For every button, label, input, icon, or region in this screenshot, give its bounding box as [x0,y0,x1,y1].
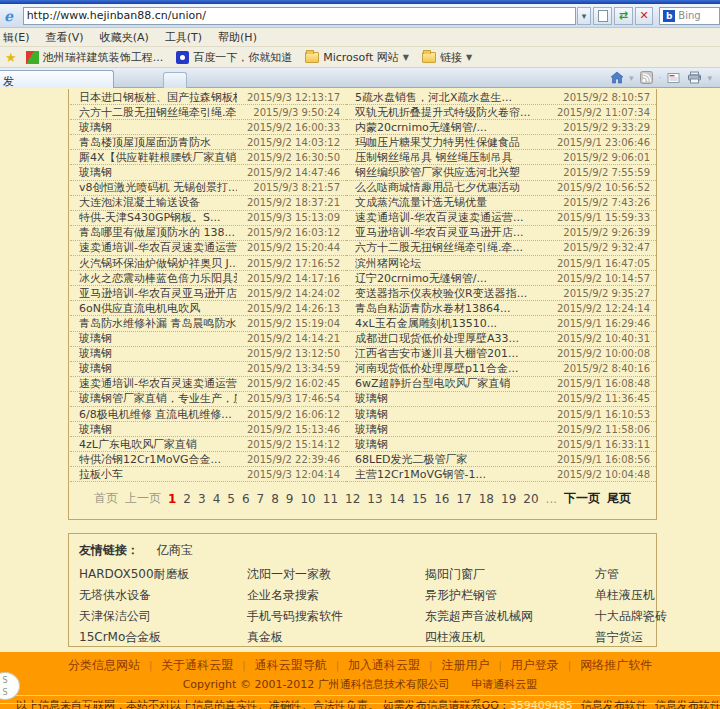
friend-link[interactable]: 真金板 [247,629,425,646]
page-number-15[interactable]: 15 [412,492,427,506]
listing-link[interactable]: 6wZ超静折台型电吹风厂家直销 [355,376,547,391]
page-number-16[interactable]: 16 [434,492,449,506]
page-number-4[interactable]: 4 [213,492,221,506]
favorite-item-baidu[interactable]: 百度一下，你就知道 [172,49,296,66]
page-number-12[interactable]: 12 [345,492,360,506]
url-input[interactable] [23,7,576,25]
listing-link[interactable]: 青岛楼顶屋顶屋面沥青防水 [79,135,237,150]
menu-favorites[interactable]: 收藏夹(A) [100,30,149,45]
pagination-first[interactable]: 首页 [94,490,118,507]
chevron-down-icon[interactable]: ▾ [629,73,634,83]
page-number-17[interactable]: 17 [456,492,471,506]
friend-link[interactable]: 十大品牌瓷砖 [595,608,667,625]
friend-link[interactable]: 四柱液压机 [425,629,595,646]
footer-nav-link[interactable]: 通科云盟导航 [255,657,327,674]
chevron-down-icon[interactable]: ▾ [707,73,712,83]
listing-link[interactable]: 68LED发光二极管厂家 [355,452,547,467]
footer-nav-link[interactable]: 加入通科云盟 [348,657,420,674]
friend-link[interactable]: 东莞超声音波机械网 [425,608,595,625]
favorite-folder-microsoft[interactable]: Microsoft 网站 ▼ [301,49,413,66]
listing-link[interactable]: 么么哒商城情趣用品七夕优惠活动 [355,180,547,195]
listing-link[interactable]: 滨州猪网论坛 [355,256,547,271]
listing-link[interactable]: 六方十二股无扭钢丝绳牵引绳.牵... [355,240,547,255]
friend-link[interactable]: 无塔供水设备 [79,587,247,604]
page-number-8[interactable]: 8 [271,492,279,506]
page-number-6[interactable]: 6 [242,492,250,506]
footer-nav-link[interactable]: 用户登录 [511,657,559,674]
listing-link[interactable]: 六方十二股无扭钢丝绳牵引绳.牵... [79,105,237,120]
listing-link[interactable]: 大连泡沫混凝土输送设备 [79,195,237,210]
listing-link[interactable]: 辽宁20crnimo无缝钢管/... [355,271,547,286]
home-button[interactable] [608,70,625,85]
menu-view[interactable]: 查看(V) [46,30,84,45]
friend-link[interactable]: 揭阳门窗厂 [425,566,595,583]
page-number-9[interactable]: 9 [286,492,294,506]
favorite-folder-links[interactable]: 链接 ▼ [418,49,476,66]
listing-link[interactable]: 6/8极电机维修 直流电机维修... [79,407,237,422]
favorite-item-site[interactable]: 池州瑞祥建筑装饰工程... [22,49,168,66]
listing-link[interactable]: 速卖通培训-华农百灵速卖通运营... [355,210,547,225]
listing-link[interactable]: 冰火之恋震动棒蓝色倍力乐阳具爱... [79,271,237,286]
listing-link[interactable]: 4xL玉石金属雕刻机13510... [355,316,547,331]
pagination-next[interactable]: 下一页 [564,490,600,507]
page-menu-button[interactable] [665,70,682,85]
page-reload-button[interactable] [593,7,612,25]
friend-link[interactable]: 单柱液压机 [595,587,667,604]
page-number-20[interactable]: 20 [523,492,538,506]
page-number-3[interactable]: 3 [198,492,206,506]
new-tab-button[interactable] [163,72,187,88]
friend-link[interactable]: 沈阳一对一家教 [247,566,425,583]
listing-link[interactable]: 玻璃钢 [355,407,547,422]
page-number-10[interactable]: 10 [300,492,315,506]
disclaimer-link[interactable]: 信息发布软件 [581,699,647,709]
listing-link[interactable]: 青岛防水维修补漏 青岛晨鸣防水 [79,316,237,331]
floating-widget[interactable]: S S [0,672,20,700]
listing-link[interactable]: 玻璃钢管厂家直销，专业生产，质... [79,391,237,406]
listing-link[interactable]: 玻璃钢 [79,165,237,180]
friend-link[interactable]: 异形护栏钢管 [425,587,595,604]
listing-link[interactable]: 火汽锅环保油炉做锅炉祥奥贝 J... [79,256,237,271]
page-number-5[interactable]: 5 [227,492,235,506]
listing-link[interactable]: 速卖通培训-华农百灵速卖通运营... [79,240,237,255]
listing-link[interactable]: 特供冶钢12Cr1MoVG合金... [79,452,237,467]
listing-link[interactable]: 玻璃钢 [79,346,237,361]
listing-link[interactable]: 变送器指示仪表校验仪R变送器指... [355,286,547,301]
listing-link[interactable]: 成都进口现货低价处理厚壁A33... [355,331,547,346]
listing-link[interactable]: 钢丝编织胶管厂家供应选河北兴塑 [355,165,547,180]
footer-nav-link[interactable]: 分类信息网站 [68,657,140,674]
listing-link[interactable]: 玻璃钢 [355,391,547,406]
page-number-13[interactable]: 13 [367,492,382,506]
footer-nav-link[interactable]: 注册用户 [441,657,489,674]
friend-link-featured[interactable]: 亿商宝 [157,543,193,557]
listing-link[interactable]: 6oN供应直流电机电吹风 [79,301,237,316]
friend-link[interactable]: 方管 [595,566,667,583]
listing-link[interactable]: 厮4X【供应鞋鞋根腰铁厂家直销... [79,150,237,165]
listing-link[interactable]: 5疏水盘销售，河北X疏水盘生... [355,90,547,105]
print-button[interactable] [686,70,703,85]
menu-help[interactable]: 帮助(H) [218,30,257,45]
page-number-2[interactable]: 2 [183,492,191,506]
footer-nav-link[interactable]: 网络推广软件 [580,657,652,674]
stop-button[interactable]: ✕ [635,7,654,25]
friend-link[interactable]: 普宁货运 [595,629,667,646]
listing-link[interactable]: 河南现货低价处理厚壁p11合金... [355,361,547,376]
favorites-star-icon[interactable]: ★ [5,50,17,65]
listing-link[interactable]: 拉板小车 [79,467,237,482]
friend-link[interactable]: 手机号码搜索软件 [247,608,425,625]
listing-link[interactable]: 速卖通培训-华农百灵速卖通运营... [79,376,237,391]
listing-link[interactable]: 特供-天津S430GP钢板。S... [79,210,237,225]
url-dropdown-button[interactable]: ▾ [577,7,592,25]
listing-link[interactable]: 压制钢丝绳吊具 钢丝绳压制吊具 [355,150,547,165]
apply-link[interactable]: 申请通科云盟 [471,678,537,691]
search-box[interactable]: b Bing [659,7,720,25]
listing-link[interactable]: 日本进口钢板桩、国产拉森钢板桩... [79,90,237,105]
listing-link[interactable]: 4zL广东电吹风厂家直销 [79,437,237,452]
pagination-prev[interactable]: 上一页 [125,490,161,507]
listing-link[interactable]: 玻璃钢 [79,422,237,437]
disclaimer-link[interactable]: 信息发布软件 [655,699,720,709]
footer-nav-link[interactable]: 关于通科云盟 [161,657,233,674]
refresh-button[interactable]: ⇄ [614,7,633,25]
menu-tools[interactable]: 工具(T) [165,30,202,45]
page-number-18[interactable]: 18 [479,492,494,506]
listing-link[interactable]: 青岛哪里有做屋顶防水的 138... [79,225,237,240]
